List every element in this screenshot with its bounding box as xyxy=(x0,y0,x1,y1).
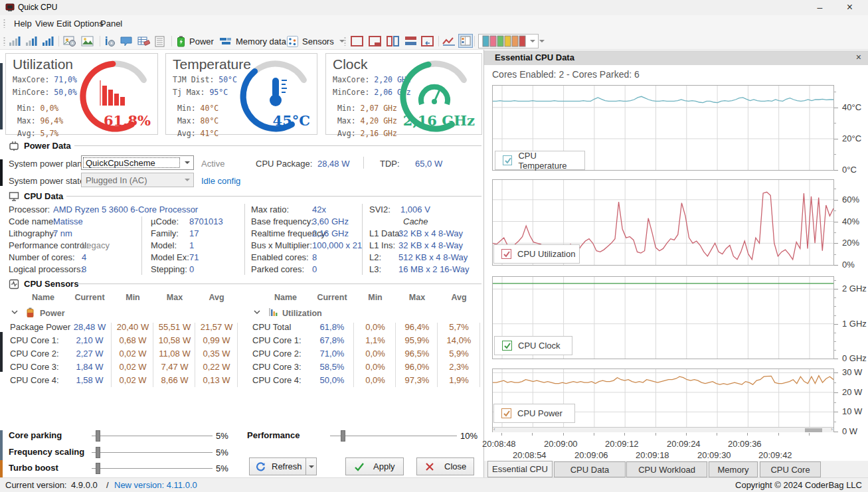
sensors-button[interactable]: Sensors xyxy=(287,34,345,48)
layout-single-icon[interactable] xyxy=(351,34,363,48)
performance-slider-track[interactable] xyxy=(330,436,457,436)
gauge-card-clock: ClockMaxCore: 2,20 GHzMinCore: 2,06 GHz … xyxy=(325,53,482,135)
axis-label: 60% xyxy=(842,195,859,205)
x-tick xyxy=(501,433,502,436)
frequency-scaling-slider-track[interactable] xyxy=(92,452,213,453)
settings-icon[interactable] xyxy=(104,34,116,48)
performance-slider-thumb[interactable] xyxy=(341,430,345,442)
sensor-group-label: Utilization xyxy=(282,309,322,318)
new-version-link[interactable]: New version: 4.11.0.0 xyxy=(114,480,197,490)
scroll-left-arrow[interactable]: ‹ xyxy=(493,426,495,432)
column-header[interactable]: Min xyxy=(354,293,396,302)
column-header[interactable]: Current xyxy=(311,293,353,302)
tick xyxy=(834,200,838,201)
comment-icon[interactable] xyxy=(120,34,133,48)
performance-value: 10% xyxy=(460,431,477,441)
divider xyxy=(244,204,245,275)
chevron-down-icon[interactable] xyxy=(254,310,260,315)
copyright-text: Copyright © 2024 CoderBag LLC xyxy=(735,480,862,490)
minimize-button[interactable]: – xyxy=(805,0,835,15)
refresh-button[interactable]: Refresh xyxy=(249,457,306,475)
legend-checkbox[interactable] xyxy=(501,249,511,259)
x-tick xyxy=(809,433,810,436)
column-header[interactable]: Max xyxy=(153,293,196,302)
image-icon[interactable] xyxy=(81,34,94,48)
memory-data-button[interactable]: Memory data xyxy=(219,34,286,48)
sensor-min: 0,0% xyxy=(354,362,396,372)
menu-bar: HelpViewEditOptionsPanel xyxy=(0,15,868,32)
apply-button[interactable]: Apply xyxy=(345,457,404,475)
panel-view-button[interactable] xyxy=(458,34,473,48)
panel-close-icon[interactable]: × xyxy=(856,52,861,62)
cpu-field-label: Processor: xyxy=(9,205,50,214)
minor-tick xyxy=(834,154,836,155)
column-header[interactable]: Name xyxy=(266,293,305,302)
column-header[interactable]: Name xyxy=(23,293,63,302)
battery-icon xyxy=(27,307,34,319)
legend-label: CPU Power xyxy=(517,408,563,418)
column-header[interactable]: Max xyxy=(396,293,438,302)
essential-cpu-data-header: Essential CPU Data × xyxy=(484,50,868,65)
column-header[interactable]: Min xyxy=(112,293,154,302)
axis-label: 40% xyxy=(842,216,859,226)
minor-tick xyxy=(834,333,836,333)
close-button[interactable]: × xyxy=(835,0,865,15)
clear-table-icon[interactable] xyxy=(137,34,151,48)
tab-memory-data[interactable]: Memory Data xyxy=(709,461,758,477)
menu-panel[interactable]: Panel xyxy=(96,17,127,30)
tick xyxy=(834,324,838,325)
legend-checkbox[interactable] xyxy=(502,341,512,351)
chart-large-icon[interactable] xyxy=(42,34,54,48)
report-icon[interactable] xyxy=(155,34,165,48)
gauge-card-temperature: TemperatureTJM Dist: 50°CTj Max: 95°C Mi… xyxy=(165,53,317,135)
refresh-dropdown[interactable] xyxy=(305,457,317,475)
legend-checkbox[interactable] xyxy=(501,408,511,418)
column-header[interactable]: Current xyxy=(68,293,111,302)
tab-essential-cpu-data[interactable]: Essential CPU Data xyxy=(487,461,553,477)
chevron-down-icon[interactable] xyxy=(11,310,18,315)
cpu-field-value: 0 xyxy=(189,264,194,274)
power-plan-combobox[interactable]: QuickCpuScheme xyxy=(81,155,194,170)
palette-picker[interactable] xyxy=(478,34,539,48)
section-divider xyxy=(78,284,481,284)
cpu-field-label: L2: xyxy=(369,252,381,262)
column-header[interactable]: Avg xyxy=(438,293,480,302)
quick-cpu-window: Quick CPU – × HelpViewEditOptionsPanel P… xyxy=(0,0,868,492)
core-parking-slider-thumb[interactable] xyxy=(96,430,100,442)
close-action-button[interactable]: Close xyxy=(416,457,474,475)
chart-small-icon[interactable] xyxy=(9,34,21,48)
export-image-icon[interactable] xyxy=(63,34,76,48)
layout-rows-icon[interactable] xyxy=(404,34,417,48)
power-button[interactable]: Power xyxy=(177,34,214,48)
core-parking-slider-track[interactable] xyxy=(92,436,213,436)
frequency-scaling-slider-thumb[interactable] xyxy=(96,447,100,458)
axis-label: 2 GHz xyxy=(842,284,867,293)
reset-layout-icon[interactable] xyxy=(421,34,434,48)
column-header[interactable]: Avg xyxy=(195,293,238,302)
sensor-min: 0,02 W xyxy=(112,375,154,385)
legend-cpu-temperature: CPU Temperature xyxy=(495,151,585,170)
minor-tick xyxy=(834,402,836,403)
turbo-boost-slider-track[interactable] xyxy=(92,468,213,469)
toolbar-options-dropdown[interactable] xyxy=(539,34,545,48)
chevron-down-icon xyxy=(185,179,190,181)
scroll-right-arrow[interactable]: › xyxy=(831,426,833,432)
scroll-thumb[interactable] xyxy=(805,428,822,432)
chart-medium-icon[interactable] xyxy=(25,34,37,48)
chart-h-scrollbar[interactable]: ‹ › xyxy=(493,427,833,432)
legend-label: CPU Clock xyxy=(518,341,561,351)
sensor-current: 2,27 W xyxy=(68,349,111,359)
x-tick xyxy=(778,433,779,436)
sensor-avg: 0,35 W xyxy=(195,349,238,359)
cpu-field-value: 100,000 x 21 xyxy=(312,240,362,250)
layout-columns-icon[interactable] xyxy=(387,34,399,48)
idle-config-link[interactable]: Idle config xyxy=(201,176,240,186)
layout-bottom-icon[interactable] xyxy=(369,34,381,48)
legend-checkbox[interactable] xyxy=(503,155,512,165)
turbo-boost-slider-thumb[interactable] xyxy=(96,463,100,474)
tab-cpu-workload-delegation[interactable]: CPU Workload Delegation xyxy=(626,461,707,477)
tab-cpu-core-parking[interactable]: CPU Core Parking xyxy=(760,461,821,477)
tab-cpu-data-distribution[interactable]: CPU Data Distribution xyxy=(554,461,626,477)
cpu-field-value: 32 KB x 4 8-Way xyxy=(398,240,463,250)
graph-icon[interactable] xyxy=(442,34,456,48)
